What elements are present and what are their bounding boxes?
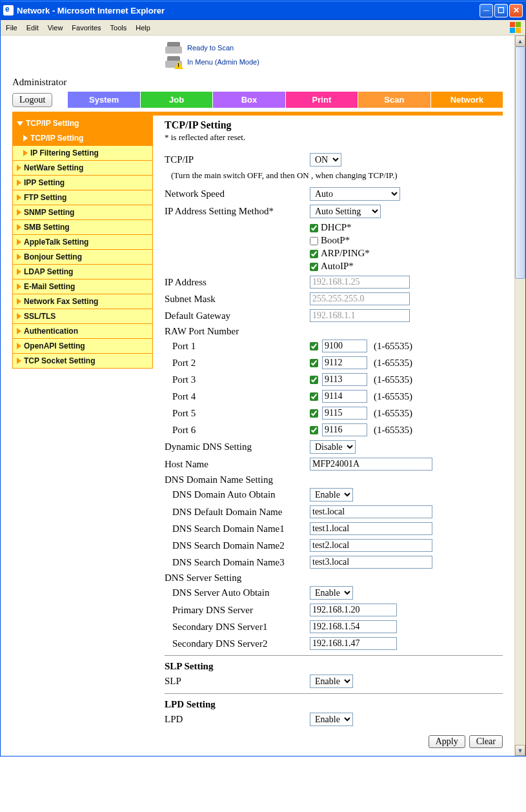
chevron-right-icon bbox=[17, 224, 21, 230]
tab-print[interactable]: Print bbox=[286, 92, 358, 108]
sidebar-item-ip-filtering[interactable]: IP Filtering Setting bbox=[12, 146, 153, 161]
dns-sec1-input[interactable] bbox=[310, 620, 397, 633]
sidebar-item-appletalk[interactable]: AppleTalk Setting bbox=[12, 235, 153, 250]
titlebar[interactable]: Network - Microsoft Internet Explorer ─ … bbox=[1, 1, 525, 20]
ddns-label: Dynamic DNS Setting bbox=[165, 442, 310, 452]
logout-button[interactable]: Logout bbox=[12, 93, 52, 107]
status-menu: In Menu (Admin Mode) bbox=[187, 58, 259, 66]
sidebar-item-email[interactable]: E-Mail Setting bbox=[12, 279, 153, 294]
menu-help[interactable]: Help bbox=[136, 24, 150, 32]
dns-sec2-input[interactable] bbox=[310, 637, 397, 650]
sidebar-item-snmp[interactable]: SNMP Setting bbox=[12, 205, 153, 220]
port-5-input[interactable] bbox=[322, 407, 367, 420]
menu-file[interactable]: File bbox=[6, 24, 17, 32]
clear-button[interactable]: Clear bbox=[469, 735, 503, 748]
dns-sec2-label: Secondary DNS Server2 bbox=[165, 638, 310, 649]
sidebar-item-ssl-tls[interactable]: SSL/TLS bbox=[12, 309, 153, 324]
dns-auto-label: DNS Domain Auto Obtain bbox=[165, 489, 310, 500]
admin-label: Administrator bbox=[1, 76, 514, 92]
port-5-check[interactable] bbox=[310, 409, 318, 418]
printer-icon bbox=[165, 42, 182, 54]
dns-default-input[interactable] bbox=[310, 505, 432, 518]
sidebar-item-openapi[interactable]: OpenAPI Setting bbox=[12, 339, 153, 354]
scroll-thumb[interactable] bbox=[515, 46, 525, 279]
apply-button[interactable]: Apply bbox=[429, 735, 465, 748]
sidebar-item-ldap[interactable]: LDAP Setting bbox=[12, 265, 153, 279]
sidebar-item-ipp[interactable]: IPP Setting bbox=[12, 176, 153, 190]
sidebar-item-bonjour[interactable]: Bonjour Setting bbox=[12, 250, 153, 265]
gateway-input[interactable] bbox=[310, 309, 410, 322]
minimize-button[interactable]: ─ bbox=[480, 4, 493, 17]
slp-select[interactable]: Enable bbox=[310, 675, 353, 688]
port-2-input[interactable] bbox=[322, 356, 367, 369]
tab-box[interactable]: Box bbox=[213, 92, 285, 108]
sidebar-item-ftp[interactable]: FTP Setting bbox=[12, 190, 153, 205]
port-2-check[interactable] bbox=[310, 359, 318, 367]
dns-s3-input[interactable] bbox=[310, 556, 432, 569]
tab-system[interactable]: System bbox=[68, 92, 140, 108]
sidebar-header-tcpip[interactable]: TCP/IP Setting bbox=[12, 116, 153, 131]
scroll-up-button[interactable]: ▲ bbox=[515, 36, 525, 46]
ip-input[interactable] bbox=[310, 276, 410, 289]
port-4-check[interactable] bbox=[310, 392, 318, 401]
port-6-input[interactable] bbox=[322, 423, 367, 436]
chevron-right-icon bbox=[23, 150, 28, 156]
dns-srv-auto-select[interactable]: Enable bbox=[310, 586, 353, 600]
menu-tools[interactable]: Tools bbox=[110, 24, 127, 32]
tab-network[interactable]: Network bbox=[431, 92, 503, 108]
dhcp-check[interactable]: DHCP* bbox=[310, 222, 370, 233]
dns-s2-input[interactable] bbox=[310, 539, 432, 552]
chevron-right-icon bbox=[17, 239, 21, 245]
port-3-check[interactable] bbox=[310, 376, 318, 384]
scroll-track[interactable] bbox=[515, 46, 525, 745]
tcpip-hint: (Turn the main switch OFF, and then ON ,… bbox=[171, 170, 503, 181]
tab-scan[interactable]: Scan bbox=[358, 92, 430, 108]
tcpip-select[interactable]: ON bbox=[310, 153, 341, 167]
port-label: Port 6 bbox=[165, 425, 310, 436]
port-1-check[interactable] bbox=[310, 342, 318, 350]
port-label: Port 4 bbox=[165, 391, 310, 402]
method-label: IP Address Setting Method* bbox=[165, 206, 310, 217]
lpd-label: LPD bbox=[165, 714, 310, 725]
dns-s3-label: DNS Search Domain Name3 bbox=[165, 557, 310, 568]
tcpip-label: TCP/IP bbox=[165, 154, 310, 165]
menu-edit[interactable]: Edit bbox=[26, 24, 39, 32]
sidebar-item-network-fax[interactable]: Network Fax Setting bbox=[12, 294, 153, 309]
sidebar-item-authentication[interactable]: Authentication bbox=[12, 324, 153, 339]
menu-view[interactable]: View bbox=[48, 24, 63, 32]
lpd-select[interactable]: Enable bbox=[310, 713, 353, 726]
chevron-right-icon bbox=[17, 358, 21, 364]
dns-s1-input[interactable] bbox=[310, 522, 432, 535]
port-label: Port 1 bbox=[165, 341, 310, 352]
sidebar-item-tcp-socket[interactable]: TCP Socket Setting bbox=[12, 354, 153, 369]
speed-select[interactable]: Auto bbox=[310, 187, 400, 201]
scroll-down-button[interactable]: ▼ bbox=[515, 745, 525, 756]
port-4-input[interactable] bbox=[322, 390, 367, 403]
dns-primary-input[interactable] bbox=[310, 604, 397, 616]
window-title: Network - Microsoft Internet Explorer bbox=[17, 6, 480, 15]
sidebar-item-tcpip-setting[interactable]: TCP/IP Setting bbox=[12, 131, 153, 146]
vertical-scrollbar[interactable]: ▲ ▼ bbox=[514, 36, 525, 756]
window-controls: ─ ☐ ✕ bbox=[480, 4, 523, 17]
port-1-input[interactable] bbox=[322, 340, 367, 352]
port-6-check[interactable] bbox=[310, 426, 318, 434]
page-title: TCP/IP Setting bbox=[165, 119, 503, 131]
slp-header: SLP Setting bbox=[165, 661, 503, 672]
dns-s1-label: DNS Search Domain Name1 bbox=[165, 523, 310, 534]
bootp-check[interactable]: BootP* bbox=[310, 235, 370, 246]
autoip-check[interactable]: AutoIP* bbox=[310, 261, 370, 272]
maximize-button[interactable]: ☐ bbox=[494, 4, 508, 17]
ddns-select[interactable]: Disable bbox=[310, 440, 356, 454]
menu-favorites[interactable]: Favorites bbox=[72, 24, 101, 32]
arp-check[interactable]: ARP/PING* bbox=[310, 248, 370, 259]
mask-input[interactable] bbox=[310, 292, 410, 305]
tab-job[interactable]: Job bbox=[141, 92, 213, 108]
sidebar-item-netware[interactable]: NetWare Setting bbox=[12, 161, 153, 176]
method-select[interactable]: Auto Setting bbox=[310, 205, 381, 218]
sidebar-item-smb[interactable]: SMB Setting bbox=[12, 220, 153, 235]
port-range-hint: (1-65535) bbox=[374, 341, 412, 352]
port-3-input[interactable] bbox=[322, 373, 367, 386]
host-input[interactable] bbox=[310, 458, 432, 471]
dns-auto-select[interactable]: Enable bbox=[310, 488, 353, 502]
close-button[interactable]: ✕ bbox=[509, 4, 523, 17]
